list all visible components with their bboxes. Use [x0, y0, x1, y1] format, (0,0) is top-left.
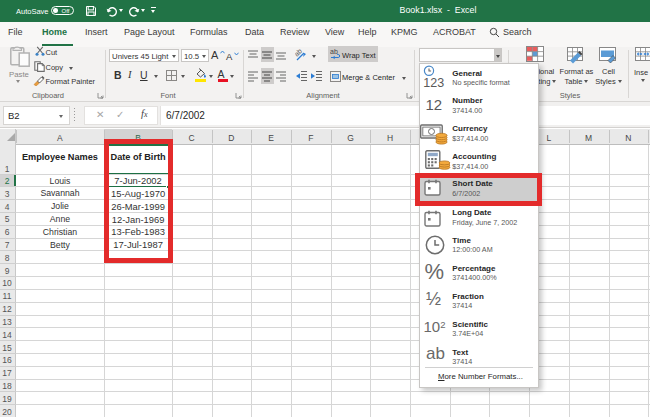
- svg-text:ab: ab: [330, 48, 338, 55]
- svg-text:ab: ab: [295, 48, 303, 58]
- svg-text:123: 123: [423, 76, 444, 89]
